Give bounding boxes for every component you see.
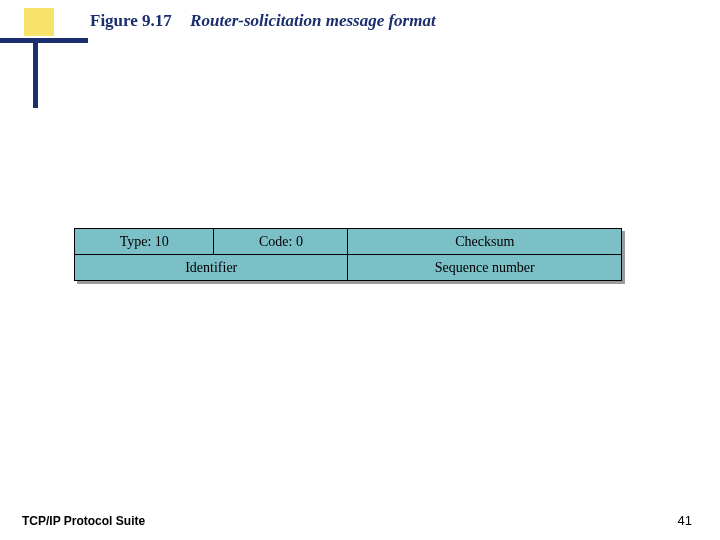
deco-vertical-bar: [33, 38, 38, 108]
field-sequence-number: Sequence number: [348, 255, 622, 281]
footer-page-number: 41: [678, 513, 692, 528]
field-code: Code: 0: [214, 229, 348, 255]
message-format-table: Type: 10 Code: 0 Checksum Identifier Seq…: [74, 228, 622, 281]
deco-horizontal-bar: [0, 38, 88, 43]
field-type: Type: 10: [75, 229, 214, 255]
field-checksum: Checksum: [348, 229, 622, 255]
figure-heading: Figure 9.17 Router-solicitation message …: [90, 11, 436, 31]
deco-square: [24, 8, 54, 36]
figure-label: Figure 9.17: [90, 11, 172, 30]
slide-corner-decoration: [0, 0, 100, 120]
figure-title: Router-solicitation message format: [190, 11, 436, 30]
field-identifier: Identifier: [75, 255, 348, 281]
table-row: Type: 10 Code: 0 Checksum: [75, 229, 622, 255]
table-row: Identifier Sequence number: [75, 255, 622, 281]
footer-suite: TCP/IP Protocol Suite: [22, 514, 145, 528]
